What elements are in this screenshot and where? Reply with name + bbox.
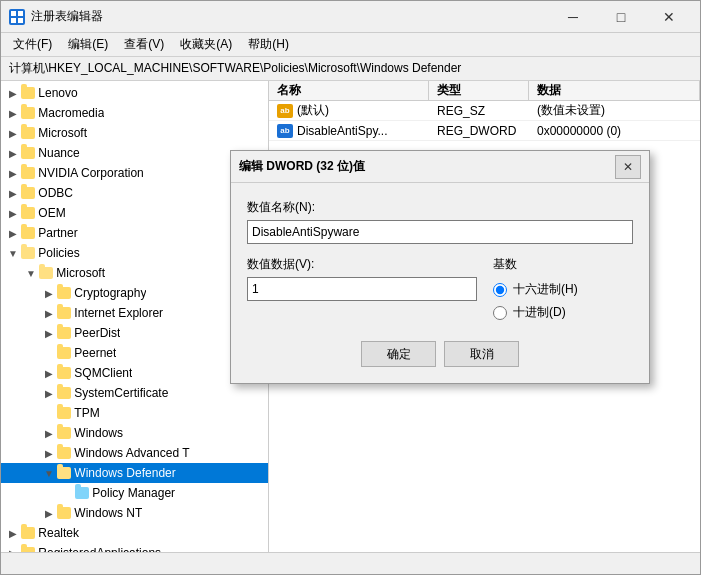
radio-hex-label[interactable]: 十六进制(H): [493, 281, 633, 298]
dialog-title: 编辑 DWORD (32 位)值: [239, 158, 615, 175]
dialog-close-button[interactable]: ✕: [615, 155, 641, 179]
dialog-title-bar: 编辑 DWORD (32 位)值 ✕: [231, 151, 649, 183]
dialog-value-section: 数值数据(V): 基数 十六进制(H) 十进制(D): [247, 256, 633, 321]
dialog-cancel-button[interactable]: 取消: [444, 341, 519, 367]
dialog-name-input[interactable]: [247, 220, 633, 244]
radio-dec-label-text: 十进制(D): [513, 304, 566, 321]
base-title: 基数: [493, 256, 633, 273]
dialog-value-label: 数值数据(V):: [247, 256, 477, 273]
radio-dec[interactable]: [493, 306, 507, 320]
radio-dec-label[interactable]: 十进制(D): [493, 304, 633, 321]
modal-overlay: 编辑 DWORD (32 位)值 ✕ 数值名称(N): 数值数据(V): 基数 …: [0, 0, 701, 575]
value-section: 数值数据(V):: [247, 256, 477, 321]
radio-hex-label-text: 十六进制(H): [513, 281, 578, 298]
dialog-body: 数值名称(N): 数值数据(V): 基数 十六进制(H): [231, 183, 649, 383]
base-section: 基数 十六进制(H) 十进制(D): [493, 256, 633, 321]
dialog-ok-button[interactable]: 确定: [361, 341, 436, 367]
dialog-name-label: 数值名称(N):: [247, 199, 633, 216]
dialog-value-input[interactable]: [247, 277, 477, 301]
radio-hex[interactable]: [493, 283, 507, 297]
dialog-footer: 确定 取消: [247, 337, 633, 367]
edit-dword-dialog: 编辑 DWORD (32 位)值 ✕ 数值名称(N): 数值数据(V): 基数 …: [230, 150, 650, 384]
radio-group: 十六进制(H) 十进制(D): [493, 281, 633, 321]
